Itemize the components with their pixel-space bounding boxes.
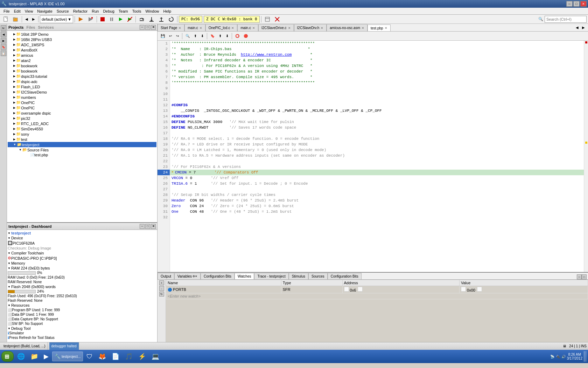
tab-close-icon[interactable]: ✕	[252, 26, 255, 30]
tab-start-page[interactable]: Start Page ✕	[158, 24, 184, 31]
menu-debug[interactable]: Debug	[101, 8, 116, 14]
dash-compiler[interactable]: ▼ Compiler Toolchain	[8, 251, 156, 255]
tab-onepic-lcd[interactable]: OnePIC_lcd.c ✕	[205, 24, 238, 31]
configuration-dropdown[interactable]: default (active) ▼	[40, 15, 73, 23]
step-out-button[interactable]	[157, 15, 166, 23]
tree-item-dspicadc[interactable]: ▶📁dspic-adc	[8, 79, 156, 84]
tree-item-numbers[interactable]: ▶📁numbers	[8, 95, 156, 100]
tab-i2cslavedrv[interactable]: I2CSlaveDrv.h ✕	[294, 24, 327, 31]
tab-amicus[interactable]: amicus-no-osc.asm ✕	[327, 24, 368, 31]
menu-window[interactable]: Window	[143, 8, 161, 14]
minimize-button[interactable]: ─	[566, 1, 573, 7]
antivirus-button[interactable]: 🛡	[84, 352, 95, 361]
dash-device[interactable]: ▼ Device	[8, 236, 156, 240]
clear-button[interactable]	[273, 15, 282, 23]
editor-bookmark-button[interactable]: 🔖	[209, 32, 216, 40]
dash-memory[interactable]: ▼ Memory	[8, 261, 156, 266]
nav-icon-4[interactable]: 🔖	[1, 44, 6, 50]
pause-button[interactable]	[107, 15, 116, 23]
menu-navigate[interactable]: Navigate	[35, 8, 54, 14]
dashboard-maximize-button[interactable]: □	[145, 224, 150, 229]
reset-button[interactable]	[167, 15, 176, 23]
dash-testproject[interactable]: ▼ testproject	[8, 231, 156, 236]
nav-icon-3[interactable]: ▶	[1, 38, 6, 43]
tree-item-oversample[interactable]: ▶📁oversample dspic	[8, 110, 156, 116]
tree-item-rtc[interactable]: ▶📁RTC_LED_ADC	[8, 121, 156, 126]
editor-save-button[interactable]: 💾	[159, 32, 167, 40]
maximize-button[interactable]: □	[573, 1, 580, 7]
btab-config-bits-1[interactable]: Configuration Bits	[201, 273, 234, 279]
tree-item-simdev[interactable]: ▶📁SimDev4550	[8, 126, 156, 131]
clean-build-button[interactable]	[86, 15, 95, 23]
tree-item-sony[interactable]: ▶📁sony	[8, 131, 156, 137]
bottom-maximize-button[interactable]: □	[582, 274, 587, 279]
tab-close-icon[interactable]: ✕	[231, 26, 234, 30]
debug-run-button[interactable]	[126, 15, 134, 23]
menu-source[interactable]: Source	[55, 8, 71, 14]
forward-button[interactable]: ▶	[30, 15, 37, 23]
tab-close-icon[interactable]: ✕	[362, 26, 364, 30]
tree-item-sourcefiles[interactable]: ▼📂Source Files	[8, 147, 156, 152]
btab-stimulus[interactable]: Stimulus	[289, 273, 308, 279]
dash-flash[interactable]: ▼ Flash 2048 (0x800) words	[8, 284, 156, 289]
watches-new-cell[interactable]: <Enter new watch>	[166, 293, 588, 299]
watches-remove-button[interactable]: -	[159, 286, 164, 291]
tab-main-c-1[interactable]: main.c ✕	[184, 24, 205, 31]
tab-test-pbp[interactable]: test.pbp ✕	[368, 25, 391, 32]
watches-refresh-button[interactable]: ↻	[159, 292, 164, 297]
tab-close-icon[interactable]: ✕	[178, 26, 181, 30]
build-project-button[interactable]	[76, 15, 85, 23]
projects-close-button[interactable]: ✕	[151, 25, 156, 30]
tree-item-bookwork1[interactable]: ▶📁bookwork	[8, 63, 156, 68]
editor-find-next-button[interactable]: ⬇	[199, 32, 205, 40]
tree-item-testpbp[interactable]: 📄test.pbp	[8, 152, 156, 157]
tab-close-icon[interactable]: ✕	[321, 26, 323, 30]
firefox-button[interactable]: 🦊	[96, 352, 108, 361]
btab-sources[interactable]: Sources	[308, 273, 328, 279]
tree-item-16bit28pin[interactable]: ▶📁16Bit 28Pin USB3	[8, 37, 156, 42]
services-tab[interactable]: Services	[38, 25, 54, 29]
tree-item-onepic2[interactable]: ▶📁OnePIC	[8, 105, 156, 110]
tab-close-icon[interactable]: ✕	[385, 26, 387, 30]
btab-config-bits-2[interactable]: Configuration Bits	[328, 273, 362, 279]
watches-add-button[interactable]: +	[159, 280, 164, 285]
editor-prev-bookmark-button[interactable]: ⬆	[217, 32, 223, 40]
variables-close-icon[interactable]: ✕	[195, 275, 197, 278]
editor-redo-button[interactable]: ↪	[174, 32, 181, 40]
mplab-taskbar-app-button[interactable]: 🔧 testproject...	[52, 352, 83, 361]
dash-ram[interactable]: ▼ RAM 224 (0xE0) bytes	[8, 266, 156, 271]
code-editor[interactable]: 1 2 3 4 5 6 7 8 9 10 11 12 13 14 15 16 1	[158, 41, 588, 272]
tree-item-atan2[interactable]: ▶📁atan2	[8, 58, 156, 63]
btab-watches[interactable]: Watches	[234, 273, 254, 279]
code-content[interactable]: '***************************************…	[170, 41, 584, 272]
btab-trace[interactable]: Trace - testproject	[254, 273, 288, 279]
pickit-button[interactable]: ⚡	[136, 352, 148, 361]
tab-scroll-left-button[interactable]: ◀	[574, 24, 580, 31]
menu-run[interactable]: Run	[90, 8, 101, 14]
tree-item-testproject[interactable]: ▼📁testproject	[8, 142, 156, 147]
ie-button[interactable]: 🌐	[15, 352, 27, 361]
open-button[interactable]	[11, 15, 20, 23]
step-into-button[interactable]	[147, 15, 156, 23]
btab-variables[interactable]: Variables ⚙ ✕	[174, 273, 201, 279]
dashboard-minimize-button[interactable]: ─	[140, 224, 145, 229]
run-button[interactable]	[117, 15, 125, 23]
menu-edit[interactable]: Edit	[12, 8, 23, 14]
dash-debug-tool[interactable]: ▼ Debug Tool	[8, 326, 156, 331]
variables-options-icon[interactable]: ⚙	[192, 275, 195, 278]
nav-icon-1[interactable]: N	[1, 25, 6, 31]
tree-item-aerobotx[interactable]: ▶📁AeroBotX	[8, 47, 156, 53]
menu-team[interactable]: Team	[117, 8, 130, 14]
pdf-button[interactable]: 📄	[110, 352, 121, 361]
tree-item-test[interactable]: ▶📁test	[8, 137, 156, 142]
tree-item-dspic33[interactable]: ▶📁dspic33-tutorial	[8, 74, 156, 79]
watch-button[interactable]	[263, 15, 272, 23]
tree-item-adc[interactable]: ▶📁ADC_1MSPS	[8, 42, 156, 47]
tab-close-icon[interactable]: ✕	[200, 26, 202, 30]
app9-button[interactable]: 💻	[149, 352, 161, 361]
editor-find-prev-button[interactable]: ⬆	[192, 32, 198, 40]
nav-icon-2[interactable]: ◀	[1, 32, 6, 37]
projects-minimize-button[interactable]: ─	[140, 25, 145, 30]
tab-scroll-right-button[interactable]: ▶	[580, 24, 587, 31]
tree-item-bookwork2[interactable]: ▶📁bookwork	[8, 68, 156, 74]
